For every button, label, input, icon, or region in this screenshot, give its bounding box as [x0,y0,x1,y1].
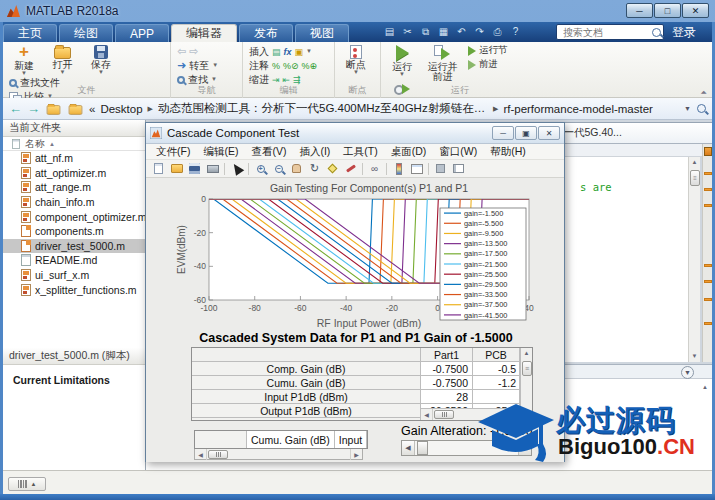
cascade-table[interactable]: Part1PCBComp. Gain (dB)-0.7500-0.5Cumu. … [191,347,533,421]
dock-figure-icon[interactable] [434,162,447,175]
link-plot-icon[interactable]: ∞ [368,162,381,175]
redo-icon[interactable]: ↷ [473,25,486,38]
slider-left-icon[interactable]: ◀ [402,441,415,455]
dialog-menu-1[interactable]: 编辑(E) [203,145,238,159]
open-file-icon[interactable] [170,162,183,175]
cell-value[interactable]: -0.7500 [421,362,473,375]
scroll-left-icon[interactable]: ◀ [195,449,207,460]
property-editor-icon[interactable] [452,162,465,175]
ribbon-tab-1[interactable]: 绘图 [59,24,113,42]
cell-value[interactable] [473,390,520,403]
scroll-thumb[interactable] [208,450,228,459]
comment-button[interactable]: 注释%%⊘%⊕ [249,59,317,72]
dialog-menu-2[interactable]: 查看(V) [251,145,286,159]
table-hscrollbar[interactable]: ◀ [421,408,522,420]
up-folder-icon[interactable] [47,105,61,115]
run-button[interactable]: 运行▼ [385,44,419,77]
rotate-3d-icon[interactable]: ↻ [308,162,321,175]
breakpoints-button[interactable]: 断点▼ [339,44,373,75]
breadcrumb-project-folder[interactable]: rf-performance-model-master [503,103,653,115]
analyzer-indicator[interactable] [704,147,712,156]
dialog-titlebar[interactable]: Cascade Component Test ─ ▣ ✕ [146,123,564,144]
dialog-minimize-button[interactable]: ─ [492,126,514,140]
file-row[interactable]: README.md [3,253,145,268]
gain-chart[interactable]: Gain Testing For Component(s) P1 and P1R… [151,181,561,331]
open-button[interactable]: 打开▼ [45,44,79,75]
zoom-out-icon[interactable]: − [272,162,285,175]
scroll-up-icon[interactable]: ▲ [689,157,700,168]
file-row[interactable]: component_optimizer.m [3,209,145,224]
dialog-menu-5[interactable]: 桌面(D) [391,145,427,159]
sign-in-link[interactable]: 登录 [672,24,696,41]
ribbon-tab-2[interactable]: APP [115,24,169,42]
scroll-left-icon[interactable]: ◀ [421,409,433,420]
cell-value[interactable]: -1.2 [473,376,520,389]
file-row[interactable]: att_range.m [3,180,145,195]
new-figure-icon[interactable] [152,162,165,175]
search-input[interactable] [561,26,652,39]
browse-folder-icon[interactable] [69,105,83,115]
cut-icon[interactable]: ✂ [401,25,414,38]
analyzer-marker[interactable] [704,264,712,267]
ribbon-tab-5[interactable]: 视图 [295,24,349,42]
cell-value[interactable]: -0.7500 [421,376,473,389]
pan-icon[interactable] [290,162,303,175]
forward-icon[interactable]: → [27,102,40,115]
scroll-up-icon[interactable]: ▲ [700,382,710,393]
name-column-header[interactable]: 名称 ▲ [3,137,145,151]
analyzer-marker[interactable] [704,172,712,175]
editor-vscrollbar[interactable]: ▲ ≡ ▼ [688,157,700,362]
address-search-icon[interactable] [697,104,706,113]
scroll-up-icon[interactable]: ▲ [521,348,532,359]
run-section-button[interactable]: 运行节 [468,44,510,57]
address-dropdown-icon[interactable]: ▼ [684,105,691,112]
breadcrumb-tool-folder[interactable]: 动态范围检测工具：分析下一代5G.400MHz至40GHz射频链在组件级的性能 [158,101,488,116]
help-icon[interactable]: ? [509,25,522,38]
print-icon[interactable]: ⎙ [491,25,504,38]
scroll-right-icon[interactable]: ▶ [350,449,362,460]
analyzer-marker[interactable] [704,204,712,207]
copy-icon[interactable]: ⧉ [419,25,432,38]
new-button[interactable]: +新建▼ [7,44,41,76]
file-row[interactable]: x_splitter_functions.m [3,282,145,297]
print-figure-icon[interactable] [206,162,219,175]
current-folder-header[interactable]: 当前文件夹 [3,120,145,137]
selector-cell-2[interactable]: Input [335,431,367,448]
lower-pane-menu-icon[interactable]: ▼ [681,366,694,379]
gain-alteration-slider[interactable]: ◀ ▶ [401,440,532,456]
insert-button[interactable]: 插入▤fx▣▼ [249,45,317,58]
save-icon[interactable]: ▤ [383,25,396,38]
scroll-thumb[interactable]: ≡ [522,361,532,376]
data-cursor-icon[interactable] [326,162,339,175]
ribbon-tab-0[interactable]: 主页 [3,24,57,42]
run-advance-button[interactable]: 运行并前进 [423,44,461,82]
cell-value[interactable]: 28 [421,390,473,403]
advance-button[interactable]: 前进 [468,58,510,71]
ribbon-tab-3[interactable]: 编辑器 [171,24,237,42]
minimize-button[interactable]: ─ [626,3,653,18]
dialog-menu-6[interactable]: 窗口(W) [439,145,477,159]
analyzer-marker[interactable] [704,322,712,325]
dialog-menu-0[interactable]: 文件(F) [156,145,190,159]
close-button[interactable]: ✕ [682,3,709,18]
selector-cell-1[interactable]: Cumu. Gain (dB) [247,431,335,448]
undo-icon[interactable]: ↶ [455,25,468,38]
insert-colorbar-icon[interactable] [392,162,405,175]
cell-value[interactable]: -0.5 [473,362,520,375]
analyzer-marker[interactable] [704,298,712,301]
paste-icon[interactable]: ▦ [437,25,450,38]
file-row[interactable]: chain_info.m [3,195,145,210]
doc-search-box[interactable] [556,24,664,40]
file-row[interactable]: att_optimizer.m [3,166,145,181]
slider-right-icon[interactable]: ▶ [518,441,531,455]
save-figure-icon[interactable] [188,162,201,175]
scroll-down-icon[interactable]: ▼ [689,351,700,362]
insert-legend-icon[interactable] [410,162,423,175]
back-forward[interactable]: ⇦ ⇨ [177,45,218,58]
analyzer-marker[interactable] [704,188,712,191]
zoom-in-icon[interactable]: + [254,162,267,175]
ribbon-tab-4[interactable]: 发布 [239,24,293,42]
dialog-menu-7[interactable]: 帮助(H) [490,145,526,159]
file-preview-header[interactable]: driver_test_5000.m (脚本) [3,348,146,365]
dialog-close-button[interactable]: ✕ [538,126,560,140]
